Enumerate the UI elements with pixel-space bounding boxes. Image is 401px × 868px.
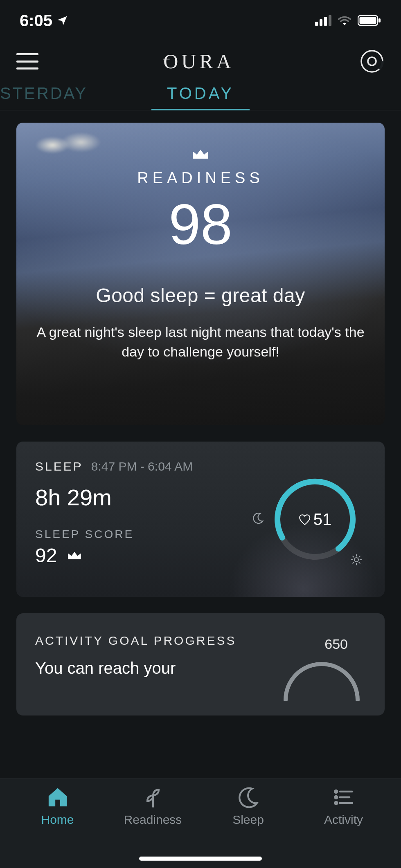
home-indicator[interactable] — [139, 857, 262, 861]
activity-arc — [281, 656, 363, 701]
cellular-icon — [315, 15, 331, 26]
battery-icon — [358, 15, 381, 26]
sleep-time-range: 8:47 PM - 6:04 AM — [91, 460, 193, 473]
crown-icon — [67, 550, 82, 561]
bottom-nav: Home Readiness Sleep Activity — [0, 778, 401, 868]
svg-rect-3 — [329, 15, 331, 26]
svg-point-8 — [368, 57, 376, 65]
cloud-decoration — [28, 127, 110, 164]
home-content: READINESS 98 Good sleep = great day A gr… — [0, 110, 401, 715]
app-header: _OURA — [0, 41, 401, 82]
heart-icon — [299, 514, 311, 525]
brand-text: OURA — [163, 50, 234, 73]
moon-icon — [237, 786, 260, 809]
sleep-label: SLEEP — [35, 460, 83, 473]
nav-label: Activity — [324, 813, 363, 827]
svg-rect-0 — [315, 22, 318, 26]
svg-point-10 — [354, 558, 358, 562]
readiness-subtext: A great night's sleep last night means t… — [16, 322, 385, 362]
status-time-value: 6:05 — [20, 11, 52, 30]
readiness-card[interactable]: READINESS 98 Good sleep = great day A gr… — [16, 123, 385, 425]
tab-today[interactable]: TODAY — [167, 84, 234, 103]
activity-card[interactable]: ACTIVITY GOAL PROGRESS 650 You can reach… — [16, 613, 385, 715]
ring-sync-icon[interactable] — [359, 49, 385, 74]
readiness-label: READINESS — [16, 169, 385, 187]
sleep-card[interactable]: SLEEP 8:47 PM - 6:04 AM 8h 29m SLEEP SCO… — [16, 442, 385, 597]
day-tabs: STERDAY TODAY — [0, 82, 401, 110]
svg-line-18 — [359, 556, 360, 557]
sun-icon — [350, 554, 363, 566]
menu-button[interactable] — [16, 53, 38, 70]
brand-logo: _OURA — [163, 49, 234, 73]
wifi-icon — [337, 15, 352, 26]
svg-rect-2 — [324, 17, 327, 26]
readiness-score: 98 — [16, 196, 385, 253]
nav-activity[interactable]: Activity — [296, 786, 391, 868]
sprout-icon — [142, 786, 164, 809]
nav-label: Home — [41, 813, 74, 827]
svg-line-16 — [359, 562, 360, 563]
svg-rect-6 — [378, 18, 381, 22]
activity-title: ACTIVITY GOAL PROGRESS — [35, 634, 366, 648]
resting-heart-rate: 51 — [299, 510, 332, 529]
svg-rect-5 — [360, 17, 376, 24]
sleep-score: 92 — [35, 544, 57, 567]
nav-label: Sleep — [232, 813, 264, 827]
location-icon — [56, 15, 68, 26]
nav-sleep[interactable]: Sleep — [200, 786, 296, 868]
nav-label: Readiness — [124, 813, 182, 827]
resting-hr-value: 51 — [313, 510, 332, 529]
nav-home[interactable]: Home — [10, 786, 105, 868]
svg-point-23 — [335, 802, 337, 804]
tab-underline — [151, 109, 250, 110]
svg-line-17 — [353, 562, 354, 563]
svg-line-15 — [353, 556, 354, 557]
svg-point-21 — [335, 796, 337, 798]
sleep-ring: 51 — [270, 474, 360, 564]
crown-icon — [191, 148, 210, 160]
home-icon — [46, 786, 69, 809]
moon-icon — [252, 512, 264, 524]
tab-yesterday[interactable]: STERDAY — [0, 84, 88, 103]
content-fade — [0, 754, 401, 778]
readiness-headline: Good sleep = great day — [16, 284, 385, 307]
status-bar: 6:05 — [0, 0, 401, 41]
nav-readiness[interactable]: Readiness — [105, 786, 200, 868]
status-icons — [315, 15, 381, 26]
svg-point-19 — [335, 790, 337, 793]
svg-rect-1 — [320, 19, 322, 26]
status-time: 6:05 — [20, 11, 68, 30]
activity-list-icon — [332, 786, 355, 809]
activity-goal-value: 650 — [324, 636, 348, 652]
